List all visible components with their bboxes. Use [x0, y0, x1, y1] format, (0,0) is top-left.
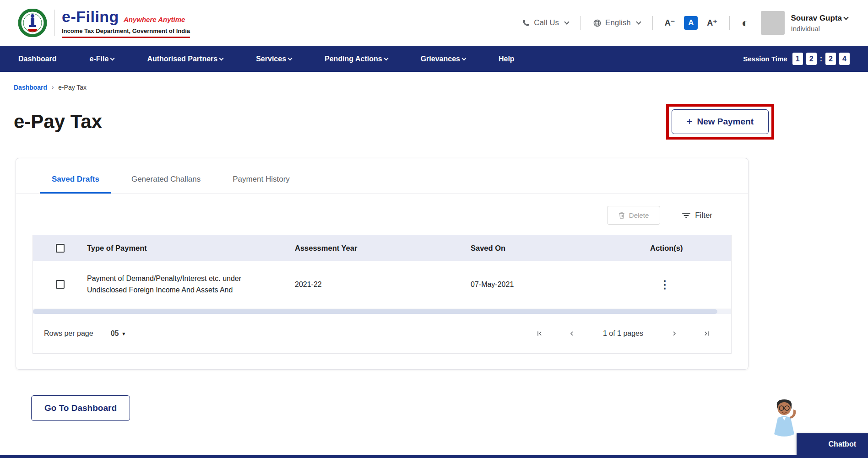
first-page-button[interactable]: [536, 330, 543, 337]
filter-button[interactable]: Filter: [682, 211, 712, 220]
efiling-logo-text: e-Filing: [62, 8, 119, 26]
select-all-checkbox[interactable]: [56, 244, 65, 253]
income-tax-emblem-icon: [18, 9, 47, 37]
language-menu[interactable]: English: [593, 18, 640, 27]
chatbot-character-icon[interactable]: [769, 399, 799, 442]
chevron-down-icon: [564, 19, 569, 24]
red-annotation-box: + New Payment: [666, 104, 774, 140]
tab-bar: Saved Drafts Generated Challans Payment …: [16, 158, 748, 194]
font-increase-button[interactable]: A⁺: [707, 18, 717, 28]
language-label: English: [605, 18, 631, 27]
tab-payment-history[interactable]: Payment History: [221, 170, 302, 194]
session-timer-label: Session Time: [743, 55, 787, 63]
main-navbar: Dashboard e-File Authorised Partners Ser…: [0, 46, 868, 72]
avatar: [761, 11, 785, 35]
session-digit: 4: [839, 53, 850, 65]
user-type: Individual: [791, 25, 848, 32]
filter-label: Filter: [695, 211, 712, 220]
table-toolbar: Delete Filter: [16, 194, 748, 235]
cell-actions: ⋮: [650, 279, 731, 290]
column-assessment-year: Assessment Year: [295, 244, 471, 253]
next-page-button[interactable]: [671, 330, 678, 337]
cell-assessment-year: 2021-22: [295, 280, 471, 289]
footer-strip: [0, 455, 868, 458]
chatbot-widget[interactable]: Chatbot: [797, 433, 868, 455]
session-separator: :: [820, 55, 822, 63]
new-payment-label: New Payment: [697, 117, 754, 127]
font-decrease-button[interactable]: A⁻: [665, 18, 675, 28]
font-normal-button[interactable]: A: [684, 16, 698, 30]
phone-icon: [522, 19, 530, 27]
last-page-button[interactable]: [703, 330, 710, 337]
nav-help[interactable]: Help: [499, 55, 515, 63]
chevron-down-icon: [636, 19, 641, 24]
session-digit: 1: [792, 53, 803, 65]
user-meta: Sourav Gupta Individual: [791, 14, 848, 32]
nav-services[interactable]: Services: [256, 55, 292, 63]
tab-saved-drafts[interactable]: Saved Drafts: [40, 170, 111, 194]
caret-down-icon: ▾: [122, 331, 125, 337]
breadcrumb-separator: ›: [52, 84, 54, 91]
top-header: e-Filing Anywhere Anytime Income Tax Dep…: [0, 0, 868, 46]
chevron-down-icon: [110, 56, 115, 60]
title-row: e-Pay Tax + New Payment: [0, 91, 868, 140]
font-size-controls: A⁻ A A⁺: [665, 16, 717, 30]
nav-dashboard[interactable]: Dashboard: [18, 55, 57, 63]
page-title: e-Pay Tax: [14, 111, 102, 133]
column-actions: Action(s): [650, 244, 731, 253]
globe-icon: [593, 19, 602, 27]
new-payment-button[interactable]: + New Payment: [672, 109, 769, 134]
user-menu[interactable]: Sourav Gupta Individual: [761, 11, 848, 35]
chatbot-label: Chatbot: [829, 440, 856, 448]
horizontal-scrollbar-thumb[interactable]: [33, 309, 717, 314]
trash-icon: [618, 212, 625, 219]
filter-icon: [682, 212, 690, 219]
previous-page-button[interactable]: [568, 330, 575, 337]
row-checkbox-cell: [33, 280, 87, 289]
epay-tax-card: Saved Drafts Generated Challans Payment …: [16, 158, 749, 370]
cell-saved-on: 07-May-2021: [471, 280, 650, 289]
table-row: Payment of Demand/Penalty/Interest etc. …: [33, 261, 731, 308]
breadcrumb: Dashboard › e-Pay Tax: [0, 72, 868, 91]
contrast-toggle-icon[interactable]: ◐: [742, 17, 749, 29]
rows-per-page-label: Rows per page: [44, 329, 93, 338]
chevron-down-icon: [219, 56, 224, 60]
user-name: Sourav Gupta: [791, 14, 848, 23]
cell-type-of-payment: Payment of Demand/Penalty/Interest etc. …: [87, 273, 295, 296]
pager-controls: 1 of 1 pages: [536, 329, 710, 338]
rows-per-page-select[interactable]: 05 ▾: [111, 329, 125, 338]
brand-divider: [54, 10, 54, 36]
header-checkbox-cell: [33, 244, 87, 253]
go-to-dashboard-button[interactable]: Go To Dashboard: [31, 395, 130, 421]
saved-drafts-table: Type of Payment Assessment Year Saved On…: [33, 235, 732, 354]
pagination-bar: Rows per page 05 ▾ 1 of 1 pages: [33, 314, 731, 353]
brand-text: e-Filing Anywhere Anytime Income Tax Dep…: [62, 8, 190, 38]
row-checkbox[interactable]: [56, 280, 65, 289]
chevron-down-icon: [843, 15, 848, 20]
delete-button[interactable]: Delete: [607, 206, 660, 225]
tab-generated-challans[interactable]: Generated Challans: [119, 170, 212, 194]
divider: [729, 16, 730, 30]
breadcrumb-dashboard-link[interactable]: Dashboard: [14, 84, 47, 91]
column-type-of-payment: Type of Payment: [87, 244, 295, 253]
breadcrumb-current: e-Pay Tax: [58, 84, 87, 91]
column-saved-on: Saved On: [471, 244, 650, 253]
nav-pending-actions[interactable]: Pending Actions: [325, 55, 388, 63]
horizontal-scrollbar[interactable]: [33, 309, 731, 314]
chevron-down-icon: [384, 56, 388, 60]
session-timer: Session Time 1 2 : 2 4: [743, 53, 850, 65]
brand: e-Filing Anywhere Anytime Income Tax Dep…: [18, 8, 190, 38]
nav-grievances[interactable]: Grievances: [421, 55, 466, 63]
call-us-menu[interactable]: Call Us: [522, 18, 569, 27]
chevron-down-icon: [288, 56, 293, 60]
session-digit: 2: [806, 53, 817, 65]
kebab-menu-icon[interactable]: ⋮: [659, 278, 670, 291]
call-us-label: Call Us: [534, 18, 559, 27]
table-header-row: Type of Payment Assessment Year Saved On…: [33, 235, 731, 261]
brand-tagline: Anywhere Anytime: [124, 16, 185, 23]
nav-efile[interactable]: e-File: [90, 55, 114, 63]
divider: [652, 16, 653, 30]
nav-authorised-partners[interactable]: Authorised Partners: [147, 55, 223, 63]
header-utilities: Call Us English A⁻ A A⁺ ◐: [522, 11, 848, 35]
page-status: 1 of 1 pages: [603, 329, 643, 338]
